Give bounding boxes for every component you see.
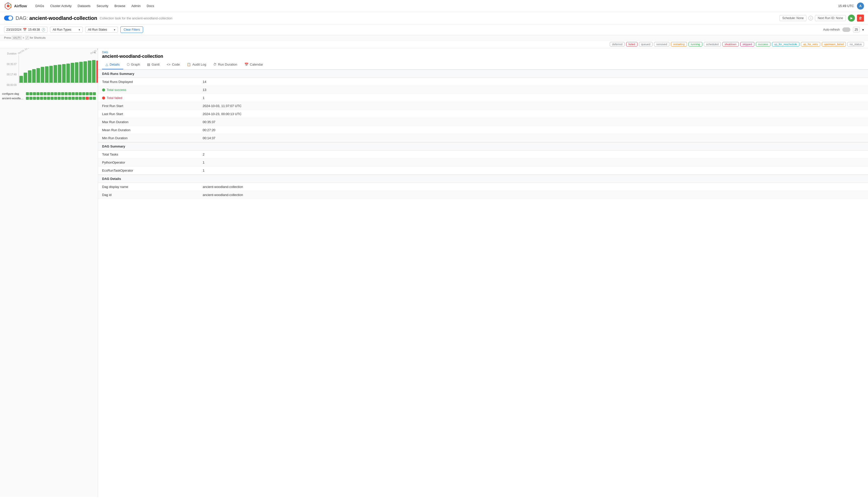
status-tag-up_for_reschedule[interactable]: up_for_reschedule bbox=[772, 42, 799, 47]
dag-run-square[interactable] bbox=[47, 97, 50, 100]
dag-run-square[interactable] bbox=[61, 92, 64, 95]
dag-run-square[interactable] bbox=[75, 97, 78, 100]
bar-chart-bar[interactable] bbox=[92, 60, 96, 83]
tab-run-duration[interactable]: ⏱ Run Duration bbox=[210, 60, 241, 69]
nav-item-browse[interactable]: Browse bbox=[112, 2, 128, 9]
dag-run-square[interactable] bbox=[54, 92, 57, 95]
status-tag-deferred[interactable]: deferred bbox=[610, 42, 625, 47]
nav-item-security[interactable]: Security bbox=[94, 2, 111, 9]
dag-run-square[interactable] bbox=[44, 97, 47, 100]
status-tag-restarting[interactable]: restarting bbox=[671, 42, 687, 47]
nav-item-admin[interactable]: Admin bbox=[129, 2, 143, 9]
dag-run-square[interactable] bbox=[72, 92, 75, 95]
date-filter[interactable]: 23/10/2024 📅 15:49:38 🕐 bbox=[4, 27, 48, 33]
dag-run-square[interactable] bbox=[26, 97, 29, 100]
bar-chart-bar[interactable] bbox=[49, 66, 53, 83]
dag-run-square[interactable] bbox=[40, 92, 43, 95]
bar-chart-bar[interactable] bbox=[19, 76, 23, 83]
bar-chart-bar[interactable] bbox=[75, 62, 79, 83]
nav-avatar[interactable]: A bbox=[857, 2, 864, 10]
dag-run-square[interactable] bbox=[89, 92, 92, 95]
bar-chart-bar[interactable] bbox=[45, 66, 49, 83]
dag-run-square[interactable] bbox=[33, 97, 36, 100]
delete-dag-button[interactable]: 🗑 bbox=[857, 15, 864, 22]
status-tag-skipped[interactable]: skipped bbox=[740, 42, 754, 47]
page-size-chevron-icon[interactable]: ▾ bbox=[862, 28, 864, 32]
dag-run-square[interactable] bbox=[36, 97, 39, 100]
dag-run-square[interactable] bbox=[93, 97, 96, 100]
dag-run-square[interactable] bbox=[72, 97, 75, 100]
bar-chart-bar[interactable] bbox=[96, 61, 98, 83]
dag-run-square[interactable] bbox=[58, 92, 61, 95]
dag-run-square[interactable] bbox=[68, 97, 71, 100]
bar-chart-bar[interactable] bbox=[36, 68, 40, 83]
bar-chart-bar[interactable] bbox=[88, 61, 91, 83]
dag-run-square[interactable] bbox=[47, 92, 50, 95]
clear-filters-button[interactable]: Clear Filters bbox=[120, 26, 143, 33]
dag-run-square[interactable] bbox=[64, 92, 68, 95]
status-tag-upstream_failed[interactable]: upstream_failed bbox=[822, 42, 846, 47]
dag-toggle[interactable] bbox=[4, 15, 13, 21]
bar-chart-bar[interactable] bbox=[58, 64, 61, 83]
status-tag-shutdown[interactable]: shutdown bbox=[722, 42, 739, 47]
trigger-dag-button[interactable]: ▶ bbox=[848, 15, 855, 22]
dag-run-square[interactable] bbox=[50, 97, 53, 100]
dag-run-square[interactable] bbox=[26, 92, 29, 95]
status-tag-queued[interactable]: queued bbox=[639, 42, 653, 47]
dag-run-square[interactable] bbox=[79, 92, 82, 95]
dag-run-square[interactable] bbox=[79, 97, 82, 100]
dag-run-square[interactable] bbox=[36, 92, 39, 95]
dag-run-square[interactable] bbox=[89, 97, 92, 100]
dag-run-square[interactable] bbox=[29, 92, 33, 95]
page-size-select[interactable]: 25 bbox=[853, 27, 860, 33]
dag-run-square[interactable] bbox=[64, 97, 68, 100]
dag-run-square[interactable] bbox=[68, 92, 71, 95]
tab-audit-log[interactable]: 📋 Audit Log bbox=[183, 60, 210, 69]
tab-gantt[interactable]: ▤ Gantt bbox=[144, 60, 163, 69]
dag-run-square[interactable] bbox=[58, 97, 61, 100]
dag-run-square[interactable] bbox=[86, 97, 89, 100]
schedule-info-icon[interactable]: i bbox=[808, 16, 813, 20]
tab-calendar[interactable]: 📅 Calendar bbox=[241, 60, 267, 69]
dag-run-square[interactable] bbox=[54, 97, 57, 100]
dag-run-square[interactable] bbox=[82, 97, 85, 100]
bar-chart-bar[interactable] bbox=[79, 62, 83, 83]
bar-chart-bar[interactable] bbox=[62, 64, 66, 83]
dag-run-square[interactable] bbox=[33, 92, 36, 95]
dag-run-square[interactable] bbox=[86, 92, 89, 95]
dag-run-square[interactable] bbox=[93, 92, 96, 95]
bar-chart-bar[interactable] bbox=[53, 65, 57, 83]
nav-item-cluster[interactable]: Cluster Activity bbox=[48, 2, 74, 9]
nav-item-dags[interactable]: DAGs bbox=[33, 2, 47, 9]
status-tag-failed[interactable]: failed bbox=[626, 42, 637, 47]
run-state-filter[interactable]: All Run States ▾ bbox=[85, 27, 118, 33]
run-type-filter[interactable]: All Run Types ▾ bbox=[50, 27, 83, 33]
dag-run-square[interactable] bbox=[50, 92, 53, 95]
tab-graph[interactable]: ⬡ Graph bbox=[123, 60, 144, 69]
status-tag-up_for_retry[interactable]: up_for_retry bbox=[801, 42, 820, 47]
dag-run-square[interactable] bbox=[40, 97, 43, 100]
tab-code[interactable]: <> Code bbox=[163, 60, 183, 69]
dag-run-square[interactable] bbox=[29, 97, 33, 100]
dag-run-square[interactable] bbox=[75, 92, 78, 95]
status-tag-no_status[interactable]: no_status bbox=[847, 42, 864, 47]
tab-details[interactable]: △ Details bbox=[102, 60, 123, 69]
dag-run-square[interactable] bbox=[61, 97, 64, 100]
bar-chart-bar[interactable] bbox=[67, 63, 70, 83]
status-tag-removed[interactable]: removed bbox=[654, 42, 669, 47]
auto-refresh-toggle[interactable] bbox=[842, 27, 851, 32]
bar-chart-bar[interactable] bbox=[32, 69, 36, 83]
bar-chart-bar[interactable] bbox=[24, 73, 27, 83]
status-tag-scheduled[interactable]: scheduled bbox=[704, 42, 721, 47]
status-tag-success[interactable]: success bbox=[756, 42, 771, 47]
nav-item-datasets[interactable]: Datasets bbox=[75, 2, 93, 9]
status-tag-running[interactable]: running bbox=[688, 42, 702, 47]
bar-chart-bar[interactable] bbox=[41, 67, 44, 83]
logo[interactable]: Airflow bbox=[4, 2, 27, 10]
dag-run-square[interactable] bbox=[44, 92, 47, 95]
bar-chart-bar[interactable] bbox=[28, 70, 32, 83]
dag-run-square[interactable] bbox=[82, 92, 85, 95]
bar-chart-bar[interactable] bbox=[83, 61, 87, 83]
nav-item-docs[interactable]: Docs bbox=[144, 2, 157, 9]
bar-chart-bar[interactable] bbox=[71, 63, 74, 83]
